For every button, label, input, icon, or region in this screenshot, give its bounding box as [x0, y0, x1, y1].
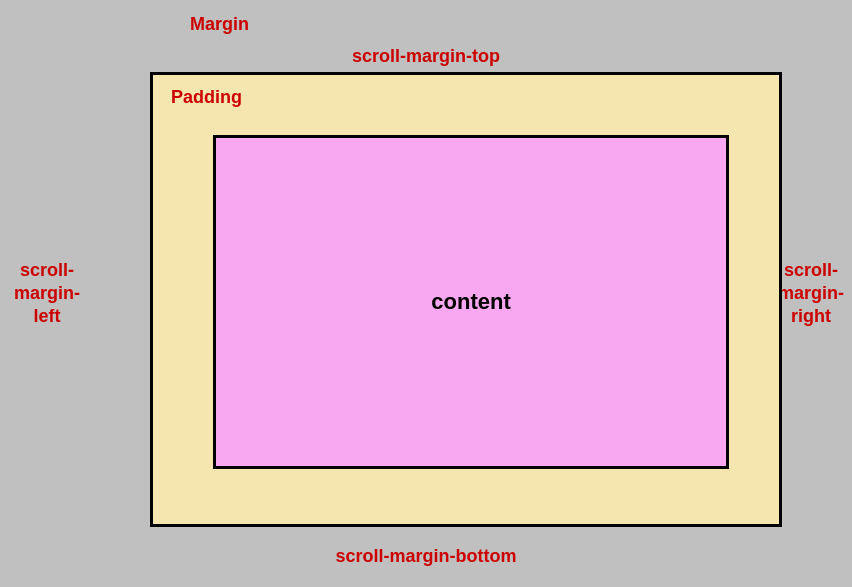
margin-label: Margin: [190, 14, 249, 35]
scroll-margin-right-label: scroll-margin-right: [778, 258, 844, 328]
scroll-margin-bottom-label: scroll-margin-bottom: [335, 546, 516, 567]
outer-container: Margin scroll-margin-top scroll-margin-b…: [0, 0, 852, 587]
border-box: Padding content: [150, 72, 782, 527]
content-label: content: [431, 289, 510, 315]
content-box: content: [213, 135, 729, 469]
padding-label: Padding: [171, 87, 242, 108]
scroll-margin-left-label: scroll-margin-left: [14, 258, 80, 328]
scroll-margin-top-label: scroll-margin-top: [352, 46, 500, 67]
